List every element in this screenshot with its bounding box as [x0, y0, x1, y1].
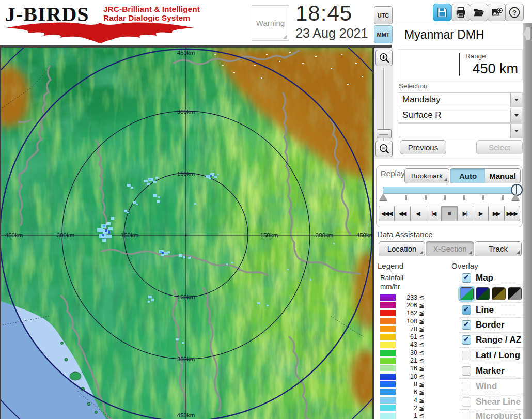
line-checkbox[interactable]	[462, 305, 471, 315]
mmt-toggle-button[interactable]: MMT	[374, 25, 393, 43]
radar-map-canvas[interactable]: 450km 300km 150km 150km 300km 450km 450k…	[0, 48, 372, 419]
legend-swatch	[380, 326, 396, 332]
range-az-checkbox[interactable]	[462, 335, 471, 345]
export-image-button[interactable]	[488, 4, 506, 21]
map-right-edge	[372, 48, 374, 419]
legend-row: 78≦	[380, 325, 447, 333]
legend-row: 233≦	[380, 293, 447, 301]
overlay-title: Overlay	[451, 261, 478, 270]
border-checkbox[interactable]	[462, 320, 471, 330]
map-style-swatch-1[interactable]	[460, 287, 474, 300]
map-style-swatch-2[interactable]	[476, 287, 490, 300]
zoom-in-button[interactable]	[375, 50, 393, 66]
zoom-slider-handle[interactable]	[377, 129, 392, 138]
play-button[interactable]: ▶	[473, 206, 489, 221]
map-style-swatch-4[interactable]	[508, 287, 522, 300]
overlay-row-wind: Wind	[460, 379, 523, 394]
panel-divider	[396, 23, 523, 23]
range-label: Range	[465, 52, 486, 60]
track-button[interactable]: Track	[475, 241, 522, 256]
warning-panel[interactable]: Warning	[252, 5, 289, 41]
map-zoom-control	[374, 48, 393, 159]
wind-checkbox	[462, 382, 471, 391]
slider-end-marker[interactable]	[511, 193, 520, 200]
zoom-in-icon	[379, 52, 390, 64]
legend-row: 16≦	[380, 365, 447, 373]
clock-date: 23 Aug 2021	[295, 26, 368, 41]
legend-row: 162≦	[380, 309, 447, 317]
collapse-arrow-icon[interactable]	[524, 27, 530, 40]
rewind-button[interactable]: ◀◀	[394, 206, 410, 221]
legend-swatch	[380, 302, 396, 308]
open-file-button[interactable]	[470, 4, 488, 21]
marker-checkbox[interactable]	[462, 366, 471, 376]
step-back-button[interactable]: |◀	[426, 206, 442, 221]
legend-swatch	[380, 294, 396, 301]
site-dropdown-arrow[interactable]	[510, 93, 522, 107]
play-reverse-button[interactable]: ◀	[410, 206, 426, 221]
clock-time: 18:45	[295, 1, 352, 26]
app-logo-tagline: JRC-Brilliant & IntelligentRadar Dialogi…	[103, 5, 200, 22]
overlay-controls: Map Line Border Range / AZ Lati / Long M…	[460, 271, 523, 419]
map-checkbox[interactable]	[462, 273, 471, 283]
warning-label: Warning	[256, 19, 285, 27]
manual-mode-button[interactable]: Manual	[485, 168, 521, 183]
xsection-button: X-Section	[426, 241, 474, 256]
option-dropdown-arrow[interactable]	[510, 124, 522, 138]
zoom-out-button[interactable]	[375, 141, 393, 157]
legend-row: 206≦	[380, 301, 447, 309]
fast-rewind-button[interactable]: ◀◀◀	[379, 206, 395, 221]
legend-swatch	[380, 397, 396, 404]
slider-start-marker[interactable]	[379, 193, 387, 200]
slider-tick	[482, 195, 484, 200]
previous-button[interactable]: Previous	[400, 140, 446, 154]
step-forward-button[interactable]: ▶|	[457, 206, 473, 221]
help-button[interactable]: ?	[505, 4, 524, 21]
overlay-row-border: Border	[460, 318, 523, 333]
print-icon	[455, 7, 466, 18]
legend-swatch	[380, 374, 396, 380]
select-button: Select	[476, 140, 523, 154]
fastest-forward-button[interactable]: ▶▶▶	[504, 206, 520, 221]
legend-row: 61≦	[380, 333, 447, 340]
lati-long-checkbox[interactable]	[462, 351, 471, 360]
save-button[interactable]	[433, 4, 451, 21]
svg-text:150km: 150km	[260, 232, 278, 238]
slider-tick	[405, 195, 407, 200]
print-button[interactable]	[451, 4, 470, 21]
map-style-swatch-3[interactable]	[492, 287, 506, 300]
station-title: Myanmar DMH	[404, 28, 484, 42]
section-divider	[375, 258, 523, 258]
legend-row: 8≦	[380, 380, 447, 388]
bookmark-button[interactable]: Bookmark	[404, 168, 449, 183]
utc-toggle-button[interactable]: UTC	[374, 6, 393, 24]
product-dropdown-arrow[interactable]	[510, 108, 522, 122]
legend-row: 21≦	[380, 356, 447, 364]
legend-quantity-label: Rainfall	[380, 273, 447, 282]
playback-controls: ◀◀◀ ◀◀ ◀ |◀ ■ ▶| ▶ ▶▶ ▶▶▶	[379, 206, 520, 221]
add-image-icon	[491, 7, 503, 18]
replay-label: Replay	[381, 169, 405, 178]
product-dropdown[interactable]: Surface R	[398, 108, 523, 123]
replay-slider-track[interactable]	[383, 187, 517, 194]
stop-button[interactable]: ■	[441, 206, 457, 221]
panel-collapse-strip[interactable]	[523, 23, 532, 419]
legend-swatch	[380, 350, 396, 356]
overlay-row-marker: Marker	[460, 363, 523, 379]
fast-forward-button[interactable]: ▶▶	[488, 206, 504, 221]
chevron-down-icon	[514, 99, 519, 101]
auto-mode-button[interactable]: Auto	[450, 168, 486, 183]
site-dropdown[interactable]: Mandalay	[398, 92, 523, 107]
legend-swatch	[380, 342, 396, 348]
open-folder-icon	[473, 7, 484, 18]
overlay-row-map: Map	[460, 271, 523, 285]
location-button[interactable]: Location	[379, 241, 425, 256]
legend-row: 100≦	[380, 317, 447, 325]
option-dropdown[interactable]	[398, 123, 523, 138]
chevron-down-icon	[514, 130, 519, 132]
svg-text:?: ?	[512, 9, 517, 17]
legend-swatch	[380, 318, 396, 324]
data-assistance-label: Data Assistance	[377, 230, 433, 239]
legend-row: 10≦	[380, 373, 447, 380]
svg-text:150km: 150km	[177, 294, 195, 300]
